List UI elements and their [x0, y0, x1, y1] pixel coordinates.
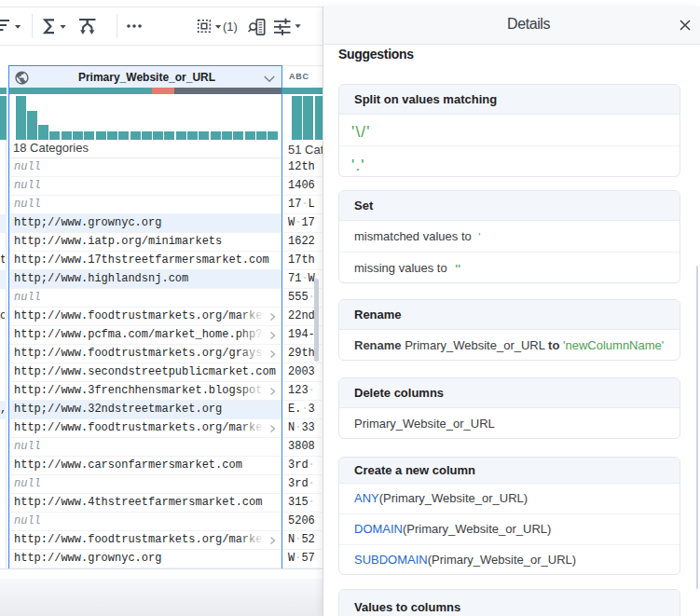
svg-text:(1): (1)	[223, 20, 238, 34]
